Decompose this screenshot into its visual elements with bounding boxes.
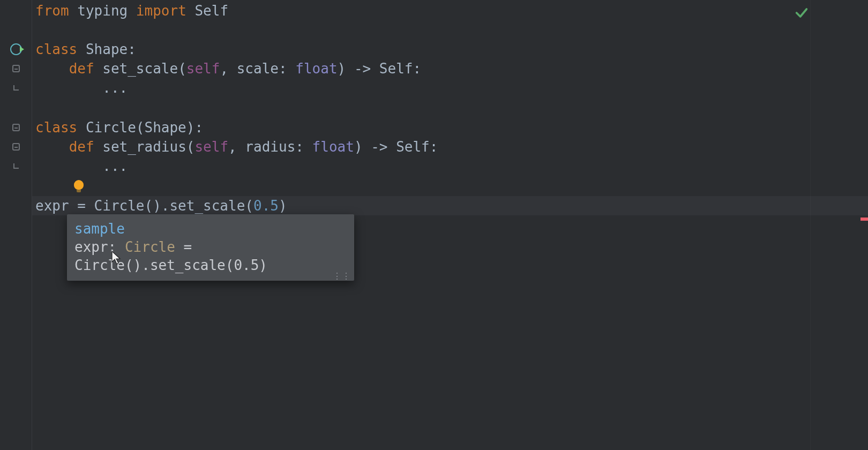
code-line[interactable]: class Shape: — [35, 40, 136, 59]
quick-doc-popup[interactable]: sample expr: Circle = Circle().set_scale… — [67, 214, 354, 281]
quick-doc-module: sample — [74, 221, 125, 237]
editor-root: from typing import Selfclass Shape: def … — [0, 0, 868, 450]
code-line[interactable]: expr = Circle().set_scale(0.5) — [35, 196, 287, 215]
code-line[interactable]: from typing import Self — [35, 1, 228, 20]
fold-end-icon — [0, 156, 32, 176]
fold-toggle-icon[interactable] — [0, 137, 32, 156]
resize-grip-icon[interactable]: ⋮⋮ — [333, 274, 351, 279]
code-line[interactable]: ... — [35, 156, 128, 176]
error-stripe-mark[interactable] — [860, 218, 868, 221]
error-stripe-bar[interactable] — [810, 0, 868, 450]
code-line[interactable]: ... — [35, 78, 128, 98]
analysis-ok-icon[interactable] — [794, 5, 809, 24]
code-area[interactable]: from typing import Selfclass Shape: def … — [32, 0, 868, 450]
gutter — [0, 0, 32, 450]
quick-doc-inferred-type: expr: Circle = Circle().set_scale(0.5) — [74, 238, 347, 274]
fold-toggle-icon[interactable] — [0, 59, 32, 78]
code-line[interactable]: def set_radius(self, radius: float) -> S… — [35, 137, 438, 156]
code-line[interactable]: class Circle(Shape): — [35, 118, 203, 137]
run-class-icon[interactable] — [0, 40, 32, 59]
intention-bulb-icon[interactable] — [74, 180, 84, 190]
fold-end-icon — [0, 78, 32, 98]
fold-toggle-icon[interactable] — [0, 118, 32, 137]
code-line[interactable]: def set_scale(self, scale: float) -> Sel… — [35, 59, 421, 78]
